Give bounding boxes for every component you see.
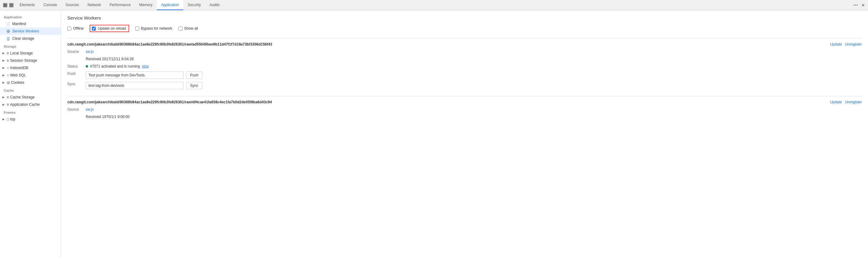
sidebar-section-storage: Storage — [0, 42, 61, 49]
update-on-reload-label: Update on reload — [98, 26, 126, 31]
sidebar-item-manifest[interactable]: 📄Manifest — [0, 20, 61, 28]
tab-elements[interactable]: Elements — [15, 0, 39, 10]
source-file-link-1[interactable]: sw.js — [86, 107, 94, 112]
sidebar-item-session-storage[interactable]: ▶≡Session Storage — [0, 57, 61, 64]
chevron-right-icon: ▶ — [2, 118, 5, 121]
worker-update-link-0[interactable]: Update — [830, 42, 842, 46]
application-cache-icon: ≡ — [7, 102, 9, 107]
sidebar-section-frames: Frames — [0, 108, 61, 116]
close-icon[interactable]: ✕ — [861, 3, 865, 8]
source-content-1: sw.js — [86, 107, 94, 112]
sidebar-item-indexeddb[interactable]: ▶○IndexedDB — [0, 64, 61, 72]
sync-button-0[interactable]: Sync — [186, 82, 202, 89]
session-storage-icon: ≡ — [7, 59, 9, 63]
sidebar-section-application: Application — [0, 13, 61, 20]
push-content-0: Push — [86, 72, 202, 79]
tab-audits[interactable]: Audits — [205, 0, 224, 10]
sidebar: Application📄Manifest⚙️Service Workers🗑️C… — [0, 10, 61, 258]
received-content-0: Received 2017/12/11 8:04:28 — [86, 57, 134, 61]
chevron-right-icon: ▶ — [2, 81, 5, 84]
content-area: Service Workers Offline Update on reload… — [61, 10, 868, 258]
show-all-option[interactable]: Show all — [179, 26, 198, 31]
tab-console[interactable]: Console — [39, 0, 61, 10]
sidebar-item-top[interactable]: ▶□top — [0, 116, 61, 123]
worker-status-row-0: Status #7071 activated and is running st… — [67, 64, 862, 69]
push-input-0[interactable] — [86, 72, 184, 79]
worker-entry-0: cdn.rawgit.com/jakearchibald/80368b84ac1… — [67, 38, 862, 96]
chevron-right-icon: ▶ — [2, 52, 5, 55]
update-on-reload-wrapper[interactable]: Update on reload — [90, 25, 129, 32]
sidebar-item-service-workers[interactable]: ⚙️Service Workers — [0, 28, 61, 35]
sidebar-item-label-local-storage: Local Storage — [10, 51, 33, 55]
tab-performance[interactable]: Performance — [105, 0, 135, 10]
source-label-1: Source — [67, 107, 86, 112]
cookies-icon: ◎ — [7, 80, 10, 85]
sidebar-item-label-web-sql: Web SQL — [10, 73, 26, 77]
sync-content-0: Sync — [86, 82, 202, 89]
devtools-icon2[interactable]: ⊡ — [9, 3, 13, 7]
worker-url-row-0: cdn.rawgit.com/jakearchibald/80368b84ac1… — [67, 42, 862, 46]
chevron-right-icon: ▶ — [2, 66, 5, 69]
sidebar-item-web-sql[interactable]: ▶○Web SQL — [0, 72, 61, 79]
offline-option[interactable]: Offline — [67, 26, 84, 31]
worker-source-row-0: Source sw.js — [67, 49, 862, 54]
tab-sources[interactable]: Sources — [61, 0, 83, 10]
top-icon: □ — [7, 117, 9, 121]
bypass-for-network-option[interactable]: Bypass for network — [135, 26, 172, 31]
tab-application[interactable]: Application — [157, 0, 183, 10]
worker-actions-1: UpdateUnregister — [830, 100, 862, 104]
worker-unregister-link-1[interactable]: Unregister — [845, 100, 862, 104]
source-file-link-0[interactable]: sw.js — [86, 49, 94, 54]
sidebar-item-application-cache[interactable]: ▶≡Application Cache — [0, 101, 61, 108]
push-label-0: Push — [67, 72, 86, 76]
sidebar-section-cache: Cache — [0, 86, 61, 94]
sidebar-item-label-clear-storage: Clear storage — [12, 36, 34, 41]
received-text-0: Received 2017/12/11 8:04:28 — [86, 57, 134, 61]
indexeddb-icon: ○ — [7, 66, 9, 70]
sync-input-0[interactable] — [86, 82, 184, 89]
stop-link-0[interactable]: stop — [142, 64, 149, 69]
sidebar-item-label-session-storage: Session Storage — [10, 59, 37, 63]
sidebar-item-label-indexeddb: IndexedDB — [10, 66, 28, 70]
sidebar-item-cache-storage[interactable]: ▶≡Cache Storage — [0, 94, 61, 101]
update-on-reload-option[interactable]: Update on reload — [92, 26, 126, 31]
sidebar-item-cookies[interactable]: ▶◎Cookies — [0, 79, 61, 86]
clear-storage-icon: 🗑️ — [6, 36, 10, 41]
local-storage-icon: ≡ — [7, 51, 9, 55]
sidebar-item-label-application-cache: Application Cache — [10, 102, 40, 107]
tab-network[interactable]: Network — [83, 0, 105, 10]
main-layout: Application📄Manifest⚙️Service Workers🗑️C… — [0, 10, 868, 258]
worker-url-0: cdn.rawgit.com/jakearchibald/80368b84ac1… — [67, 42, 272, 46]
received-text-1: Received 1970/1/1 9:00:00 — [86, 115, 129, 119]
chevron-right-icon: ▶ — [2, 96, 5, 99]
status-label-0: Status — [67, 64, 86, 69]
tabs-container: ElementsConsoleSourcesNetworkPerformance… — [15, 0, 224, 10]
sidebar-item-label-service-workers: Service Workers — [12, 29, 39, 33]
tab-security[interactable]: Security — [183, 0, 205, 10]
sidebar-item-local-storage[interactable]: ▶≡Local Storage — [0, 49, 61, 57]
update-on-reload-checkbox[interactable] — [92, 27, 96, 31]
push-button-0[interactable]: Push — [186, 72, 202, 79]
cache-storage-icon: ≡ — [7, 95, 9, 99]
show-all-checkbox[interactable] — [179, 27, 182, 31]
toolbar-icons: ◧ ⊡ — [1, 0, 15, 10]
worker-update-link-1[interactable]: Update — [830, 100, 842, 104]
tab-memory[interactable]: Memory — [135, 0, 157, 10]
worker-unregister-link-0[interactable]: Unregister — [845, 42, 862, 46]
devtools-icon1[interactable]: ◧ — [3, 3, 7, 7]
bypass-for-network-checkbox[interactable] — [135, 27, 139, 31]
offline-checkbox[interactable] — [67, 27, 71, 31]
sidebar-item-clear-storage[interactable]: 🗑️Clear storage — [0, 35, 61, 42]
sidebar-item-label-cookies: Cookies — [11, 80, 24, 85]
worker-entry-1: cdn.rawgit.com/jakearchibald/80368b84ac1… — [67, 96, 862, 126]
chevron-right-icon: ▶ — [2, 74, 5, 77]
received-content-1: Received 1970/1/1 9:00:00 — [86, 115, 129, 119]
more-options-button[interactable] — [852, 3, 859, 7]
sidebar-item-label-manifest: Manifest — [12, 22, 26, 26]
top-tab-bar: ◧ ⊡ ElementsConsoleSourcesNetworkPerform… — [0, 0, 868, 10]
web-sql-icon: ○ — [7, 73, 9, 77]
workers-container: cdn.rawgit.com/jakearchibald/80368b84ac1… — [67, 38, 862, 126]
status-id-0: #7071 activated and is running — [90, 64, 140, 69]
top-bar-end: ✕ — [849, 0, 868, 10]
manifest-icon: 📄 — [6, 22, 10, 26]
